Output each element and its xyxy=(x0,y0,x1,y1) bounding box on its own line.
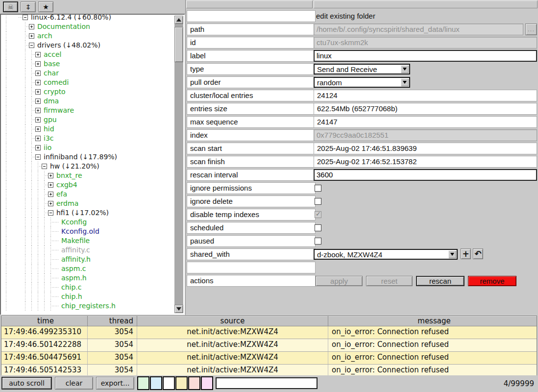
tree-item[interactable]: chip.c xyxy=(1,283,174,292)
rescan-interval-input[interactable]: 3600 xyxy=(314,169,537,181)
label-input[interactable]: linux xyxy=(314,50,537,62)
tree-item[interactable]: linux-6.12.4 (↓60.80%) xyxy=(1,15,174,22)
tree-item[interactable]: accel xyxy=(1,50,174,59)
tree-item[interactable]: comedi xyxy=(1,78,174,87)
shared-with-select[interactable]: d-zbook, MZXW4Z4 xyxy=(314,249,458,260)
tree-item[interactable]: hfi1 (↓17.02%) xyxy=(1,208,174,218)
scrollbar-thumb[interactable] xyxy=(174,27,183,62)
log-level-swatch-2[interactable] xyxy=(150,376,162,390)
tree-item-label[interactable]: efa xyxy=(56,190,67,199)
tree-item[interactable]: affinity.h xyxy=(1,255,174,264)
tree-item-label[interactable]: i3c xyxy=(44,134,54,143)
tree-item[interactable]: bnxt_re xyxy=(1,171,174,180)
tree-item-label[interactable]: cxgb4 xyxy=(56,180,77,190)
revert-share-button[interactable]: ↶ xyxy=(473,248,483,259)
export-button[interactable]: export... xyxy=(96,377,134,390)
tree-item-label[interactable]: crypto xyxy=(44,87,66,97)
tree-item-label[interactable]: comedi xyxy=(44,78,69,87)
expand-plus-icon[interactable] xyxy=(48,192,53,197)
tree-item-label[interactable]: hfi1 (↓17.02%) xyxy=(56,208,109,218)
tree-item-label[interactable]: gpu xyxy=(44,115,57,124)
expand-plus-icon[interactable] xyxy=(48,201,53,206)
expand-plus-icon[interactable] xyxy=(35,80,41,85)
tree-item-label[interactable]: chip_registers.h xyxy=(61,301,116,311)
tree-item[interactable]: cxgb4 xyxy=(1,180,174,190)
auto-scroll-toggle[interactable]: auto scroll xyxy=(1,377,52,390)
tree-item-label[interactable]: bnxt_re xyxy=(56,171,82,180)
scroll-down-button[interactable] xyxy=(174,305,183,313)
tree-item[interactable]: efa xyxy=(1,190,174,199)
tree-item[interactable]: chip.h xyxy=(1,292,174,301)
chevron-down-icon[interactable] xyxy=(401,65,409,73)
scroll-up-button[interactable] xyxy=(174,16,183,24)
tree-item-label[interactable]: erdma xyxy=(56,199,78,208)
collapse-minus-icon[interactable] xyxy=(35,154,41,160)
expand-plus-icon[interactable] xyxy=(35,71,41,76)
tree-item-label[interactable]: Kconfig xyxy=(61,218,87,227)
expand-plus-icon[interactable] xyxy=(48,173,53,178)
paused-checkbox[interactable] xyxy=(315,238,321,245)
expand-plus-icon[interactable] xyxy=(35,145,41,150)
tree-item-label[interactable]: aspm.c xyxy=(61,264,86,273)
tree-item[interactable]: gpu xyxy=(1,115,174,124)
scheduled-checkbox[interactable] xyxy=(315,224,321,231)
pull-order-select[interactable]: random xyxy=(314,77,410,88)
tree-item[interactable]: hid xyxy=(1,124,174,134)
ignore-delete-checkbox[interactable] xyxy=(315,198,321,205)
tree-item-label[interactable]: Documentation xyxy=(37,22,90,31)
expand-plus-icon[interactable] xyxy=(29,33,34,39)
expand-plus-icon[interactable] xyxy=(35,61,41,67)
expand-plus-icon[interactable] xyxy=(48,182,53,188)
tree-item-label[interactable]: Kconfig.old xyxy=(61,227,99,236)
tree-item-label[interactable]: firmware xyxy=(44,106,74,115)
chevron-down-icon[interactable] xyxy=(401,78,409,86)
tree-item[interactable]: aspm.h xyxy=(1,273,174,283)
tree-item[interactable]: chip_registers.h xyxy=(1,301,174,311)
tree-item[interactable]: char xyxy=(1,69,174,78)
expand-plus-icon[interactable] xyxy=(35,98,41,104)
tree-item[interactable]: infiniband (↓17.89%) xyxy=(1,152,174,162)
tree-item-label[interactable]: Makefile xyxy=(61,236,90,245)
clear-button[interactable]: clear xyxy=(55,377,93,390)
collapse-minus-icon[interactable] xyxy=(23,15,28,20)
tree-item[interactable]: Kconfig xyxy=(1,218,174,227)
tree-item-label[interactable]: linux-6.12.4 (↓60.80%) xyxy=(31,15,111,22)
tree-item[interactable]: i3c xyxy=(1,134,174,143)
tree-item[interactable]: aspm.c xyxy=(1,264,174,273)
expand-plus-icon[interactable] xyxy=(35,108,41,113)
colorize-button[interactable]: ‡ xyxy=(21,1,36,12)
tree-item-label[interactable]: affinity.c xyxy=(61,245,90,255)
chevron-down-icon[interactable] xyxy=(448,250,456,258)
tree-item-label[interactable]: accel xyxy=(44,50,61,59)
tree-item[interactable]: firmware xyxy=(1,106,174,115)
bookmark-button[interactable]: ★ xyxy=(38,1,53,12)
tree-item[interactable]: Documentation xyxy=(1,22,174,31)
collapse-minus-icon[interactable] xyxy=(29,43,34,48)
tree-item-label[interactable]: hw (↓21.20%) xyxy=(50,162,99,171)
tree-item[interactable]: crypto xyxy=(1,87,174,97)
browse-button[interactable]: ... xyxy=(525,24,537,35)
collapse-minus-icon[interactable] xyxy=(42,164,47,169)
type-select[interactable]: Send and Receive xyxy=(314,64,410,74)
expand-plus-icon[interactable] xyxy=(35,136,41,141)
log-level-swatch-1[interactable] xyxy=(137,376,149,390)
tree-item[interactable]: erdma xyxy=(1,199,174,208)
tree-item-label[interactable]: infiniband (↓17.89%) xyxy=(44,152,117,162)
expand-plus-icon[interactable] xyxy=(35,126,41,132)
deleted-filter-button[interactable]: ☠ xyxy=(3,1,18,12)
tree-item-label[interactable]: dma xyxy=(44,97,59,106)
log-level-swatch-4[interactable] xyxy=(175,376,188,390)
tree-item[interactable]: base xyxy=(1,59,174,69)
tree-item-label[interactable]: char xyxy=(44,69,59,78)
expand-plus-icon[interactable] xyxy=(29,24,34,29)
log-level-swatch-6[interactable] xyxy=(201,376,213,390)
tree-item[interactable]: drivers (↓48.02%) xyxy=(1,41,174,50)
tree-item-label[interactable]: chip.c xyxy=(61,283,82,292)
expand-plus-icon[interactable] xyxy=(35,89,41,95)
tree-item-label[interactable]: chip.h xyxy=(61,292,82,301)
tree-item[interactable]: affinity.c xyxy=(1,245,174,255)
tree-item[interactable]: iio xyxy=(1,143,174,152)
tree-item[interactable]: Kconfig.old xyxy=(1,227,174,236)
log-level-swatch-5[interactable] xyxy=(188,376,200,390)
tree-item-label[interactable]: base xyxy=(44,59,60,69)
